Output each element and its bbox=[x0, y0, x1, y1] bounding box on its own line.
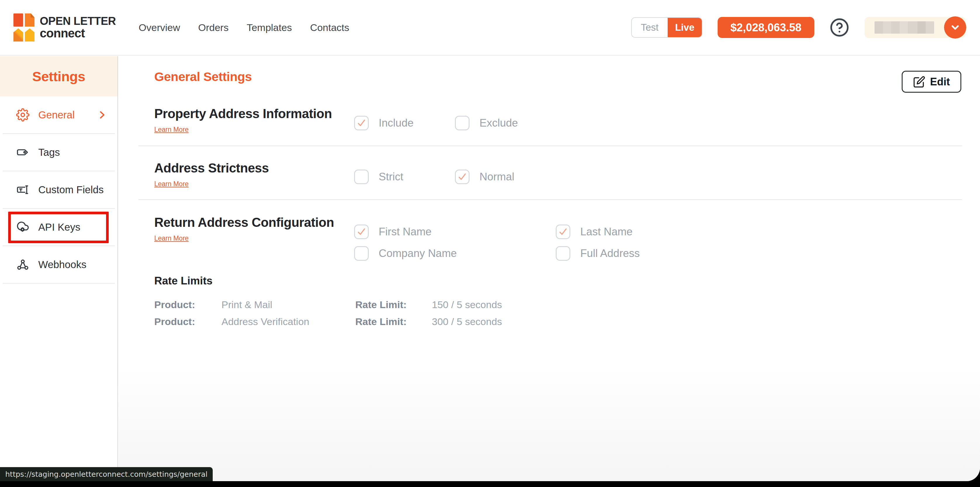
option-exclude: Exclude bbox=[455, 116, 518, 131]
section-heading: Address Strictness bbox=[154, 161, 269, 175]
sidebar-item-webhooks[interactable]: Webhooks bbox=[0, 246, 118, 283]
rate-limit-value: 150 / 5 seconds bbox=[432, 299, 502, 310]
rate-limit-row: Product: Address Verification Rate Limit… bbox=[154, 316, 502, 328]
normal-checkbox[interactable] bbox=[455, 170, 469, 184]
nav-templates[interactable]: Templates bbox=[247, 22, 292, 33]
option-label: Strict bbox=[379, 171, 403, 183]
option-label: Exclude bbox=[479, 117, 518, 129]
sidebar-title: Settings bbox=[32, 68, 85, 84]
product-value: Print & Mail bbox=[221, 299, 355, 310]
settings-sidebar: Settings General Tags bbox=[0, 56, 118, 481]
main-nav: Overview Orders Templates Contacts bbox=[139, 22, 350, 33]
section-divider bbox=[138, 146, 962, 146]
logo-tile-document bbox=[25, 13, 35, 27]
section-heading: Property Address Information bbox=[154, 107, 332, 121]
top-header: OPEN LETTER connect Overview Orders Temp… bbox=[0, 0, 980, 56]
check-icon bbox=[356, 118, 366, 128]
help-icon[interactable] bbox=[829, 18, 850, 37]
logo-line2: connect bbox=[40, 27, 116, 40]
option-first-name: First Name bbox=[354, 224, 431, 239]
status-bar: https://staging.openletterconnect.com/se… bbox=[0, 467, 213, 481]
browser-viewport: OPEN LETTER connect Overview Orders Temp… bbox=[0, 0, 980, 481]
last-name-checkbox[interactable] bbox=[556, 224, 570, 239]
rate-limits-heading: Rate Limits bbox=[154, 275, 212, 287]
section-divider bbox=[138, 199, 962, 200]
section-property-address: Property Address Information Learn More bbox=[154, 107, 332, 134]
logo[interactable]: OPEN LETTER connect bbox=[13, 13, 116, 41]
nav-overview[interactable]: Overview bbox=[139, 22, 180, 33]
option-label: Full Address bbox=[580, 247, 640, 259]
option-label: Last Name bbox=[580, 226, 633, 238]
option-strict: Strict bbox=[354, 170, 403, 184]
check-icon bbox=[356, 227, 366, 237]
app-page: OPEN LETTER connect Overview Orders Temp… bbox=[0, 0, 980, 487]
option-label: First Name bbox=[379, 226, 431, 238]
company-name-checkbox[interactable] bbox=[354, 246, 369, 261]
logo-tile-house-orange bbox=[13, 29, 23, 41]
text-field-icon bbox=[16, 183, 30, 196]
exclude-checkbox[interactable] bbox=[455, 116, 469, 131]
divider bbox=[3, 283, 115, 283]
sidebar-item-label: Tags bbox=[38, 146, 60, 158]
product-value: Address Verification bbox=[221, 316, 355, 328]
sidebar-item-label: Webhooks bbox=[38, 259, 86, 271]
rate-limit-row: Product: Print & Mail Rate Limit: 150 / … bbox=[154, 299, 502, 310]
sidebar-item-general[interactable]: General bbox=[0, 97, 118, 133]
chevron-down-icon bbox=[950, 22, 961, 33]
logo-tile-house-yellow bbox=[25, 29, 35, 41]
edit-button-label: Edit bbox=[930, 76, 950, 88]
option-label: Normal bbox=[479, 171, 514, 183]
nav-orders[interactable]: Orders bbox=[198, 22, 229, 33]
check-icon bbox=[457, 172, 467, 182]
section-heading: Return Address Configuration bbox=[154, 215, 334, 230]
option-include: Include bbox=[354, 116, 414, 131]
first-name-checkbox[interactable] bbox=[354, 224, 369, 239]
learn-more-link[interactable]: Learn More bbox=[154, 180, 189, 188]
product-label: Product: bbox=[154, 316, 221, 328]
tag-icon bbox=[16, 146, 30, 159]
toggle-live[interactable]: Live bbox=[668, 18, 702, 37]
product-label: Product: bbox=[154, 299, 221, 310]
option-last-name: Last Name bbox=[556, 224, 633, 239]
strict-checkbox[interactable] bbox=[354, 170, 369, 184]
sidebar-item-tags[interactable]: Tags bbox=[0, 134, 118, 171]
sidebar-item-api-keys[interactable]: API Keys bbox=[0, 209, 118, 245]
sidebar-item-custom-fields[interactable]: Custom Fields bbox=[0, 171, 118, 208]
user-name-redacted bbox=[875, 21, 934, 33]
rate-limit-label: Rate Limit: bbox=[355, 316, 432, 328]
edit-button[interactable]: Edit bbox=[902, 71, 961, 93]
logo-line1: OPEN LETTER bbox=[40, 16, 116, 27]
option-full-address: Full Address bbox=[556, 246, 640, 261]
user-dropdown-button[interactable] bbox=[944, 16, 966, 38]
logo-text: OPEN LETTER connect bbox=[40, 16, 116, 40]
learn-more-link[interactable]: Learn More bbox=[154, 234, 189, 242]
page-title: General Settings bbox=[154, 70, 252, 84]
sidebar-item-label: Custom Fields bbox=[38, 184, 104, 196]
webhook-icon bbox=[16, 258, 30, 271]
cloud-gear-icon bbox=[16, 220, 30, 234]
option-label: Company Name bbox=[379, 247, 457, 259]
edit-pencil-icon bbox=[913, 76, 925, 88]
full-address-checkbox[interactable] bbox=[556, 246, 570, 261]
nav-contacts[interactable]: Contacts bbox=[310, 22, 349, 33]
status-url: https://staging.openletterconnect.com/se… bbox=[5, 470, 207, 479]
chevron-right-icon bbox=[96, 109, 108, 121]
rate-limit-label: Rate Limit: bbox=[355, 299, 432, 310]
rate-limit-value: 300 / 5 seconds bbox=[432, 316, 502, 328]
section-address-strictness: Address Strictness Learn More bbox=[154, 161, 269, 188]
include-checkbox[interactable] bbox=[354, 116, 369, 131]
balance-button[interactable]: $2,028,063.58 bbox=[718, 17, 815, 38]
check-icon bbox=[558, 227, 568, 237]
option-label: Include bbox=[379, 117, 414, 129]
learn-more-link[interactable]: Learn More bbox=[154, 126, 189, 134]
test-live-toggle[interactable]: Test Live bbox=[631, 17, 702, 38]
option-normal: Normal bbox=[455, 170, 514, 184]
sidebar-item-label: General bbox=[38, 109, 75, 121]
sidebar-header: Settings bbox=[0, 56, 118, 97]
toggle-test[interactable]: Test bbox=[632, 18, 668, 37]
sidebar-item-label: API Keys bbox=[38, 221, 80, 233]
option-company-name: Company Name bbox=[354, 246, 457, 261]
logo-tile-red bbox=[13, 13, 23, 27]
header-right-cluster: Test Live $2,028,063.58 bbox=[631, 17, 966, 38]
user-menu[interactable] bbox=[865, 17, 966, 38]
